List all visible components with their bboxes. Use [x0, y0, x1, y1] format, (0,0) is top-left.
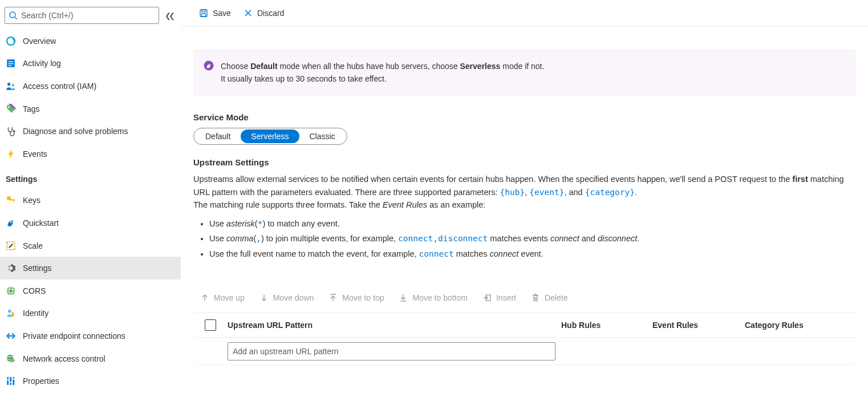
sidebar: ❮❮ Overview Activity log Access control … [0, 0, 181, 397]
nav-keys[interactable]: Keys [0, 189, 181, 212]
nav-label: Identity [23, 309, 48, 318]
svg-point-36 [209, 64, 210, 65]
table-row [193, 338, 855, 365]
svg-rect-21 [12, 313, 13, 314]
search-input[interactable] [21, 11, 155, 20]
insert-icon [482, 293, 492, 302]
nav-overview[interactable]: Overview [0, 30, 181, 52]
identity-icon [6, 308, 16, 318]
col-hub-rules: Hub Rules [561, 321, 652, 330]
nav-label: Overview [23, 37, 56, 46]
network-access-icon [6, 354, 16, 364]
nav-label: Network access control [23, 354, 106, 363]
nav-cors[interactable]: CORS [0, 279, 181, 302]
svg-rect-24 [7, 377, 9, 385]
svg-point-8 [12, 84, 14, 86]
content-area: Choose Default mode when all the hubs ha… [181, 26, 868, 365]
svg-point-9 [8, 106, 10, 108]
nav-settings[interactable]: Settings [0, 257, 181, 279]
arrow-up-icon [200, 293, 209, 302]
save-button[interactable]: Save [193, 4, 237, 22]
select-all-checkbox[interactable] [205, 319, 216, 331]
col-url-pattern: Upstream URL Pattern [228, 321, 561, 330]
svg-line-1 [15, 17, 17, 19]
nav-identity[interactable]: Identity [0, 302, 181, 325]
nav-events[interactable]: Events [0, 143, 181, 165]
move-top-button[interactable]: Move to top [322, 289, 391, 307]
mode-default[interactable]: Default [195, 129, 241, 143]
nav-label: Tags [23, 104, 40, 114]
nav-quickstart[interactable]: Quickstart [0, 212, 181, 234]
svg-rect-6 [9, 66, 12, 66]
nav-scale[interactable]: Scale [0, 234, 181, 257]
nav-label: CORS [23, 286, 46, 295]
upstream-description: Upstreams allow external services to be … [193, 173, 855, 260]
list-item: Use asterisk(*) to match any event. [209, 217, 855, 230]
svg-rect-5 [9, 63, 14, 64]
discard-button[interactable]: Discard [238, 4, 290, 22]
nav-label: Scale [23, 241, 43, 250]
events-icon [6, 149, 16, 159]
svg-rect-29 [13, 379, 14, 380]
search-row: ❮❮ [0, 5, 181, 30]
discard-label: Discard [257, 9, 284, 18]
upstream-url-input[interactable] [228, 342, 555, 360]
diagnose-icon [6, 126, 16, 136]
move-down-button[interactable]: Move down [253, 289, 321, 307]
svg-point-16 [7, 286, 15, 295]
svg-point-10 [14, 131, 15, 132]
nav-access-control[interactable]: Access control (IAM) [0, 75, 181, 98]
nav-label: Events [23, 149, 47, 159]
delete-button[interactable]: Delete [524, 289, 574, 307]
arrow-bottom-icon [399, 293, 408, 302]
nav-network-access[interactable]: Network access control [0, 347, 181, 370]
properties-icon [6, 376, 16, 386]
toolbar: Save Discard [181, 0, 868, 26]
service-mode-selector: Default Serverless Classic [193, 128, 347, 145]
sidebar-section-settings: Settings [0, 165, 181, 189]
rocket-icon [204, 60, 214, 71]
move-bottom-button[interactable]: Move to bottom [392, 289, 474, 307]
svg-rect-31 [202, 10, 205, 12]
svg-point-2 [7, 37, 15, 45]
move-up-button[interactable]: Move up [193, 289, 252, 307]
col-event-rules: Event Rules [652, 321, 745, 330]
svg-rect-32 [202, 14, 206, 17]
select-all-cell [193, 319, 228, 331]
nav-activity-log[interactable]: Activity log [0, 52, 181, 75]
svg-rect-13 [14, 200, 15, 202]
upstream-settings-heading: Upstream Settings [193, 157, 855, 167]
settings-icon [6, 263, 16, 273]
keys-icon [6, 195, 16, 205]
banner-message: Choose Default mode when all the hubs ha… [221, 60, 544, 85]
info-banner: Choose Default mode when all the hubs ha… [193, 49, 855, 96]
mode-classic[interactable]: Classic [299, 129, 346, 143]
insert-button[interactable]: Insert [476, 289, 523, 307]
search-input-container[interactable] [5, 7, 159, 24]
nav-label: Activity log [23, 59, 61, 68]
scale-icon [6, 241, 16, 251]
mode-serverless[interactable]: Serverless [241, 129, 299, 143]
nav-label: Private endpoint connections [23, 331, 125, 341]
arrow-top-icon [328, 293, 338, 302]
nav-label: Keys [23, 196, 40, 205]
main-panel: Save Discard Choose Default mode when al… [181, 0, 868, 397]
collapse-sidebar-icon[interactable]: ❮❮ [165, 11, 176, 20]
table-header: Upstream URL Pattern Hub Rules Event Rul… [193, 313, 855, 338]
svg-rect-26 [13, 377, 14, 385]
activity-log-icon [6, 58, 16, 68]
save-label: Save [213, 9, 231, 18]
nav-diagnose[interactable]: Diagnose and solve problems [0, 120, 181, 143]
private-endpoints-icon [6, 331, 16, 341]
svg-point-0 [10, 12, 15, 18]
quickstart-icon [6, 218, 16, 228]
service-mode-heading: Service Mode [193, 112, 855, 122]
nav-tags[interactable]: Tags [0, 98, 181, 120]
nav-properties[interactable]: Properties [0, 370, 181, 392]
cors-icon [6, 286, 16, 296]
search-icon [9, 11, 18, 20]
nav-private-endpoints[interactable]: Private endpoint connections [0, 325, 181, 347]
delete-icon [531, 293, 540, 302]
overview-icon [6, 36, 16, 46]
upstream-command-bar: Move up Move down Move to top Move to bo… [193, 289, 855, 313]
